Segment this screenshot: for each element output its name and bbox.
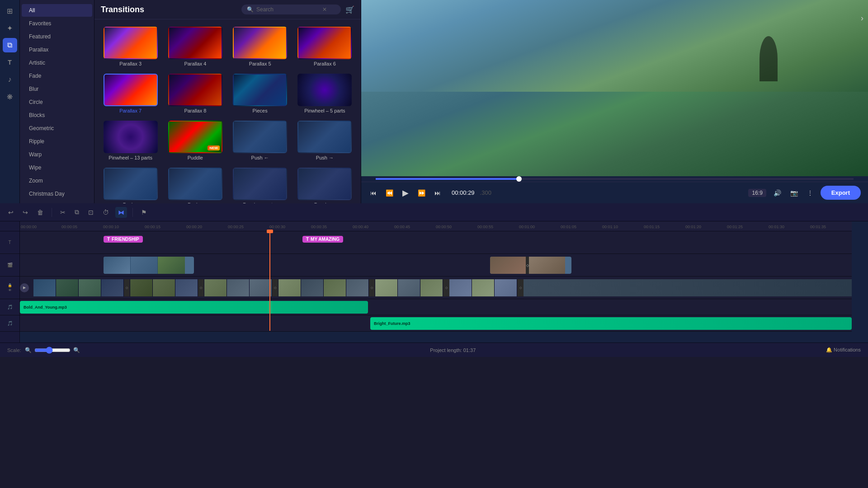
cat-blocks[interactable]: Blocks <box>22 109 92 122</box>
skip-end-button[interactable]: ⏭ <box>433 188 443 198</box>
elements-icon[interactable]: ❋ <box>3 89 17 104</box>
transition-parallax3[interactable]: Parallax 3 <box>100 25 161 68</box>
marker-button[interactable]: ⚑ <box>138 207 150 218</box>
transition-thumb-push-up <box>104 168 158 200</box>
transitions-icon[interactable]: ⧉ <box>3 38 17 52</box>
transition-puzzle-left[interactable]: Puzzle ← <box>294 166 355 203</box>
skip-start-button[interactable]: ⏮ <box>368 188 378 198</box>
text-icon[interactable]: T <box>3 55 17 70</box>
cat-ripple[interactable]: Ripple <box>22 135 92 148</box>
scale-slider[interactable] <box>34 347 71 354</box>
aspect-ratio-badge[interactable]: 16:9 <box>748 189 766 197</box>
clip-thumb-3 <box>158 257 185 274</box>
split-button[interactable]: ⧓ <box>115 207 127 218</box>
transition-push-up[interactable]: Push ↑ <box>100 166 161 203</box>
volume-icon[interactable]: 🔊 <box>772 188 783 198</box>
ruler-tick-100: 00:01:00 <box>519 225 535 230</box>
video-strip[interactable]: ◇ ◇ ◇ <box>33 279 852 296</box>
cat-fade[interactable]: Fade <box>22 70 92 82</box>
transition-parallax4[interactable]: Parallax 4 <box>165 25 226 68</box>
vs-trans-6: ◇ <box>517 279 524 296</box>
transition-pinwheel5[interactable]: Pinwheel – 5 parts <box>294 72 355 115</box>
prev-frame-button[interactable]: ⏪ <box>384 188 395 198</box>
transitions-grid: Parallax 3 Parallax 4 Parallax 5 Paralla… <box>94 19 361 203</box>
vs-14 <box>346 279 369 296</box>
cat-wipe[interactable]: Wipe <box>22 161 92 174</box>
cat-zoom[interactable]: Zoom <box>22 174 92 187</box>
cart-icon[interactable]: 🛒 <box>345 5 354 14</box>
track-play-icon: ▶ <box>23 286 26 290</box>
transition-push-right[interactable]: Push → <box>294 119 355 162</box>
timeline-scroll[interactable]: 00:00:00 00:00:05 00:00:10 00:00:15 00:0… <box>20 221 868 343</box>
audio-clip-1[interactable]: Bold_And_Young.mp3 <box>20 301 368 314</box>
screenshot-icon[interactable]: 📷 <box>788 188 800 198</box>
transition-thumb-parallax4 <box>168 27 222 59</box>
ruler-tick-55: 00:00:55 <box>477 225 493 230</box>
transition-parallax8[interactable]: Parallax 8 <box>165 72 226 115</box>
transition-push-left[interactable]: Push ← <box>230 119 291 162</box>
scale-min-icon: 🔍 <box>25 347 32 353</box>
transition-push-down[interactable]: Push ↓ <box>165 166 226 203</box>
cat-parallax[interactable]: Parallax <box>22 43 92 56</box>
transition-thumb-parallax8 <box>168 74 222 106</box>
text-block-friendship[interactable]: T FRIENDSHIP <box>104 236 143 243</box>
transition-puddle[interactable]: NEW Puddle <box>165 119 226 162</box>
main-track-strip: ▶ ◇ <box>20 279 852 296</box>
notifications-button[interactable]: 🔔 Notifications <box>826 347 861 353</box>
cut-button[interactable]: ✂ <box>57 207 68 218</box>
preview-controls: ⏮ ⏪ ▶ ⏩ ⏭ 00:00:29 .300 16:9 🔊 📷 ⋮ Expor… <box>361 182 868 203</box>
export-button[interactable]: Export <box>821 186 861 200</box>
transition-parallax7[interactable]: Parallax 7 <box>100 72 161 115</box>
redo-button[interactable]: ↪ <box>20 207 31 218</box>
cat-circle[interactable]: Circle <box>22 96 92 108</box>
transition-thumb-parallax5 <box>233 27 287 59</box>
transition-label-push-right: Push → <box>316 155 334 160</box>
eye-icon: 👁 <box>8 288 12 292</box>
search-icon: 🔍 <box>247 6 254 13</box>
audio-1-label: Bold_And_Young.mp3 <box>24 305 67 310</box>
transition-parallax6[interactable]: Parallax 6 <box>294 25 355 68</box>
upper-video-clip-2[interactable]: ◇ <box>490 257 571 274</box>
vs-2 <box>56 279 79 296</box>
cat-favorites[interactable]: Favorites <box>22 17 92 30</box>
transition-puzzle-center[interactable]: Puzzle – center <box>230 166 291 203</box>
vs-trans-4: ◇ <box>369 279 375 296</box>
crop-button[interactable]: ⊡ <box>85 207 96 218</box>
cat-geometric[interactable]: Geometric <box>22 122 92 135</box>
transition-thumb-push-down <box>168 168 222 200</box>
audio1-icon: 🎵 <box>7 305 13 310</box>
track-start-icon: ▶ <box>20 283 29 292</box>
cat-featured[interactable]: Featured <box>22 30 92 43</box>
cat-artistic[interactable]: Artistic <box>22 56 92 69</box>
cat-warp[interactable]: Warp <box>22 148 92 161</box>
vs-trans-3: ◇ <box>272 279 278 296</box>
scene-bottom <box>361 92 868 176</box>
transition-pinwheel13[interactable]: Pinwheel – 13 parts <box>100 119 161 162</box>
transition-pieces[interactable]: Pieces <box>230 72 291 115</box>
more-options-icon[interactable]: ⋮ <box>805 188 815 198</box>
text-block-myamazing[interactable]: T MY AMAZING <box>302 236 343 243</box>
ruler-tick-110: 00:01:10 <box>602 225 618 230</box>
timeline-toolbar: ↩ ↪ 🗑 ✂ ⧉ ⊡ ⏱ ⧓ ⚑ <box>0 203 868 221</box>
search-input[interactable] <box>256 6 320 13</box>
effects-icon[interactable]: ✦ <box>3 21 17 35</box>
audio-clip-2[interactable]: Bright_Future.mp3 <box>370 317 852 330</box>
timer-button[interactable]: ⏱ <box>100 207 112 218</box>
upper-video-clip[interactable] <box>104 257 194 274</box>
play-button[interactable]: ▶ <box>401 186 410 200</box>
delete-button[interactable]: 🗑 <box>34 207 46 218</box>
progress-bar[interactable] <box>376 178 854 180</box>
transition-parallax5[interactable]: Parallax 5 <box>230 25 291 68</box>
audio-icon[interactable]: ♪ <box>3 72 17 87</box>
undo-button[interactable]: ↩ <box>5 207 16 218</box>
media-icon[interactable]: ⊞ <box>3 4 17 18</box>
cat-christmas[interactable]: Christmas Day <box>22 188 92 200</box>
progress-thumb[interactable] <box>516 176 522 182</box>
next-frame-button[interactable]: ⏩ <box>416 188 427 198</box>
vs-4 <box>101 279 124 296</box>
cat-blur[interactable]: Blur <box>22 83 92 95</box>
copy-button[interactable]: ⧉ <box>72 206 82 218</box>
search-bar[interactable]: 🔍 ✕ <box>241 5 341 14</box>
cat-all[interactable]: All <box>22 4 92 17</box>
clear-search-icon[interactable]: ✕ <box>322 6 327 13</box>
